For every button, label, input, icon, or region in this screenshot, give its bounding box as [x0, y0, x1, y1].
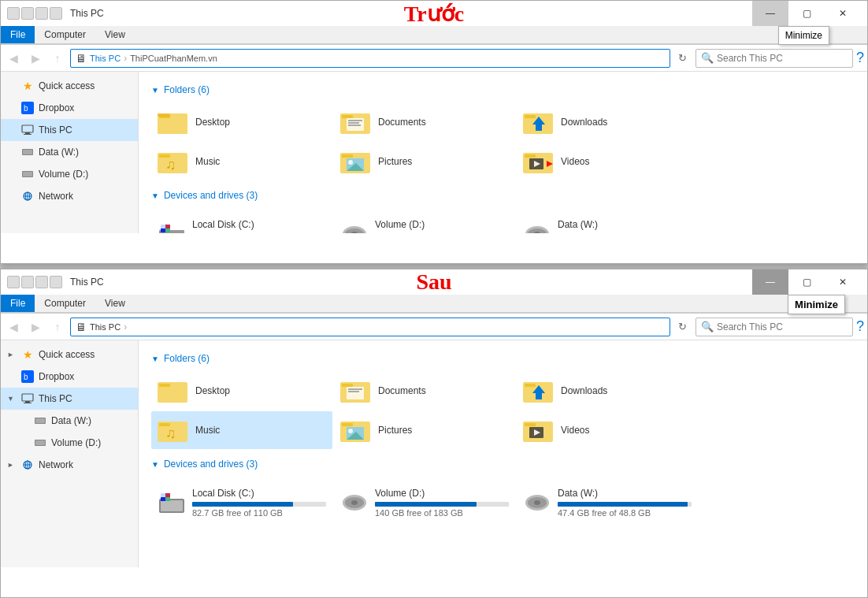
tab-file-1[interactable]: File	[1, 26, 35, 43]
folders-toggle-2[interactable]: ▼	[151, 355, 159, 363]
drive-c-name-2: Local Disk (C:)	[192, 488, 326, 499]
help-button-2[interactable]: ?	[856, 318, 864, 335]
close-button-1[interactable]: ✕	[825, 1, 861, 26]
drives-toggle-2[interactable]: ▼	[151, 460, 159, 469]
sidebar-item-quick-access-1[interactable]: ★ Quick access	[1, 75, 138, 97]
svg-rect-30	[342, 154, 353, 158]
search-input-1[interactable]	[717, 53, 848, 64]
folder-downloads-2[interactable]: Downloads	[517, 372, 698, 410]
address-bar-1: ◀ ▶ ↑ 🖥 This PC › ThiPCuatPhanMem.vn ↻ 🔍…	[1, 45, 867, 72]
address-bar-2: ◀ ▶ ↑ 🖥 This PC › ↻ 🔍 ?	[1, 314, 867, 340]
folders-toggle-1[interactable]: ▼	[151, 86, 159, 95]
sidebar-item-network-2[interactable]: ► Network	[1, 454, 138, 476]
forward-button-2[interactable]: ▶	[26, 318, 45, 336]
folder-music-2[interactable]: ♫ Music	[151, 411, 332, 449]
refresh-button-2[interactable]: ↻	[673, 318, 692, 336]
maximize-button-2[interactable]: ▢	[788, 269, 825, 295]
folder-downloads-1[interactable]: Downloads	[517, 103, 698, 141]
tab-computer-1[interactable]: Computer	[35, 26, 95, 43]
search-input-2[interactable]	[717, 321, 848, 332]
svg-rect-81	[342, 423, 353, 426]
desktop-folder-icon-1	[158, 108, 189, 136]
tab-file-2[interactable]: File	[1, 295, 35, 312]
title-bar-2: This PC Sau — ▢ ✕	[1, 269, 867, 295]
drive-w-2[interactable]: Data (W:) 47.4 GB free of 48.8 GB	[517, 477, 698, 528]
folder-videos-1[interactable]: Videos	[517, 143, 698, 180]
sidebar-item-volume-d-2[interactable]: Volume (D:)	[1, 432, 138, 454]
maximize-button-1[interactable]: ▢	[788, 1, 825, 26]
sidebar-item-volume-d-1[interactable]: Volume (D:)	[1, 163, 138, 185]
folder-desktop-2[interactable]: Desktop	[151, 372, 332, 410]
drive-w-name-1: Data (W:)	[558, 219, 692, 230]
drive-w-1[interactable]: Data (W:) 47.4 GB free of 48.8 GB	[517, 209, 698, 233]
forward-button-1[interactable]: ▶	[26, 49, 45, 68]
videos-folder-icon-2	[523, 416, 555, 444]
folder-pictures-2[interactable]: Pictures	[334, 411, 515, 449]
svg-rect-94	[161, 497, 165, 501]
refresh-button-1[interactable]: ↻	[673, 49, 692, 68]
sidebar-item-dropbox-1[interactable]: b Dropbox	[1, 97, 138, 119]
back-button-1[interactable]: ◀	[4, 49, 23, 68]
drive-c-info-1: Local Disk (C:) 82.7 GB free of 110 GB	[192, 219, 326, 233]
minimize-tooltip-2: Minimize	[788, 295, 845, 314]
drive-d-icon-1	[340, 220, 369, 233]
folder-pictures-1[interactable]: Pictures	[334, 143, 515, 180]
tab-computer-2[interactable]: Computer	[35, 295, 95, 312]
search-box-2[interactable]: 🔍	[696, 318, 853, 336]
tab-view-2[interactable]: View	[95, 295, 135, 312]
sidebar-item-this-pc-1[interactable]: This PC	[1, 119, 138, 141]
sidebar-item-this-pc-2[interactable]: ▼ This PC	[1, 388, 138, 410]
svg-rect-68	[159, 384, 170, 387]
drive-d-1[interactable]: Volume (D:) 140 GB free of 183 GB	[334, 209, 515, 233]
sidebar-label-network-2: Network	[39, 459, 73, 470]
title-bar-icons-2	[7, 276, 62, 288]
folder-documents-2[interactable]: Documents	[334, 372, 515, 410]
back-button-2[interactable]: ◀	[4, 318, 23, 336]
folder-music-1[interactable]: ♫ Music	[151, 143, 332, 180]
help-button-1[interactable]: ?	[856, 50, 864, 66]
sidebar-label-pc-2: This PC	[39, 393, 72, 404]
drive-icon-dw-2	[34, 414, 46, 427]
folder-music-label-1: Music	[195, 156, 220, 167]
svg-rect-73	[348, 391, 359, 392]
drive-w-icon-1	[523, 220, 551, 233]
search-box-1[interactable]: 🔍	[696, 49, 853, 68]
address-path-1[interactable]: 🖥 This PC › ThiPCuatPhanMem.vn	[70, 49, 670, 68]
path-url-1: ThiPCuatPhanMem.vn	[130, 54, 217, 63]
ribbon-1: File Computer View	[1, 26, 867, 45]
folder-desktop-1[interactable]: Desktop	[151, 103, 332, 141]
drive-c-1[interactable]: Local Disk (C:) 82.7 GB free of 110 GB	[151, 209, 332, 233]
minimize-button-1[interactable]: —	[752, 1, 788, 26]
svg-rect-56	[22, 394, 33, 401]
close-button-2[interactable]: ✕	[825, 269, 861, 295]
drive-d-2[interactable]: Volume (D:) 140 GB free of 183 GB	[334, 477, 515, 528]
drives-toggle-1[interactable]: ▼	[151, 191, 159, 200]
minimize-button-2[interactable]: —	[752, 269, 788, 295]
drive-c-2[interactable]: Local Disk (C:) 82.7 GB free of 110 GB	[151, 477, 332, 528]
tb-icon-3	[35, 7, 48, 20]
folders-section-label-1: Folders (6)	[164, 84, 210, 95]
drive-w-icon-2	[523, 488, 551, 517]
sidebar-item-dropbox-2[interactable]: b Dropbox	[1, 366, 138, 388]
drive-c-icon-2	[158, 488, 186, 517]
after-label: Sau	[416, 269, 451, 295]
up-button-2[interactable]: ↑	[48, 318, 67, 336]
svg-rect-24	[525, 115, 536, 118]
sidebar-item-quick-access-2[interactable]: ► ★ Quick access	[1, 344, 138, 366]
drives-grid-2: Local Disk (C:) 82.7 GB free of 110 GB	[151, 477, 855, 528]
up-button-1[interactable]: ↑	[48, 49, 67, 68]
folder-videos-2[interactable]: Videos	[517, 411, 698, 449]
sidebar-label-qa-1: Quick access	[39, 80, 95, 91]
svg-text:b: b	[24, 104, 28, 113]
svg-point-98	[351, 500, 358, 505]
sidebar-item-data-w-2[interactable]: Data (W:)	[1, 410, 138, 432]
svg-rect-62	[35, 440, 45, 445]
tab-view-1[interactable]: View	[95, 26, 135, 43]
address-path-2[interactable]: 🖥 This PC ›	[70, 318, 670, 336]
svg-rect-20	[348, 120, 362, 121]
sidebar-item-data-w-1[interactable]: Data (W:)	[1, 141, 138, 163]
sidebar-item-network-1[interactable]: Network	[1, 185, 138, 207]
svg-point-101	[534, 500, 540, 505]
folder-documents-1[interactable]: Documents	[334, 103, 515, 141]
videos-folder-icon-1	[523, 147, 555, 176]
